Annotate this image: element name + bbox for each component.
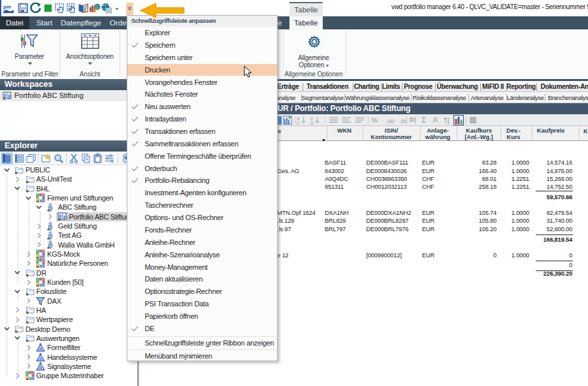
- svg-text:A: A: [297, 116, 300, 121]
- svg-text:Z: Z: [310, 116, 313, 121]
- svg-text:2: 2: [297, 121, 299, 125]
- svg-text:pm: pm: [3, 4, 11, 10]
- svg-text:A: A: [310, 121, 314, 125]
